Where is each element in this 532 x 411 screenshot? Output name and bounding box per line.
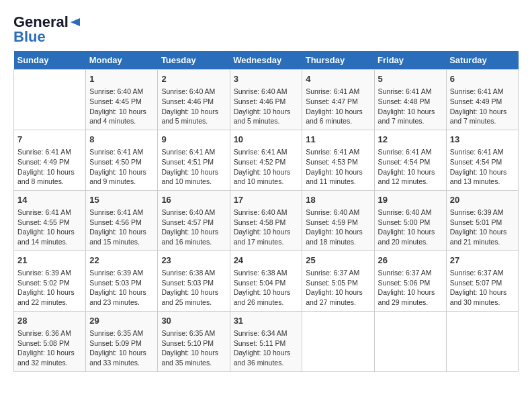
day-info: Sunrise: 6:35 AMSunset: 5:09 PMDaylight:… xyxy=(89,328,154,368)
day-number: 29 xyxy=(89,315,154,327)
calendar-cell: 25Sunrise: 6:37 AMSunset: 5:05 PMDayligh… xyxy=(302,250,374,311)
calendar-cell: 8Sunrise: 6:41 AMSunset: 4:50 PMDaylight… xyxy=(86,130,158,190)
day-number: 11 xyxy=(306,134,370,146)
calendar-cell: 13Sunrise: 6:41 AMSunset: 4:54 PMDayligh… xyxy=(446,130,518,190)
day-number: 31 xyxy=(234,315,299,327)
calendar-cell: 14Sunrise: 6:41 AMSunset: 4:55 PMDayligh… xyxy=(14,190,86,250)
day-info: Sunrise: 6:39 AMSunset: 5:02 PMDaylight:… xyxy=(17,268,82,308)
calendar-week-row: 21Sunrise: 6:39 AMSunset: 5:02 PMDayligh… xyxy=(14,250,519,311)
day-number: 26 xyxy=(378,255,443,267)
day-number: 24 xyxy=(234,255,299,267)
day-info: Sunrise: 6:40 AMSunset: 4:45 PMDaylight:… xyxy=(89,87,154,126)
calendar-day-header: Tuesday xyxy=(158,51,230,70)
calendar-cell: 12Sunrise: 6:41 AMSunset: 4:54 PMDayligh… xyxy=(374,130,446,190)
calendar-cell: 19Sunrise: 6:40 AMSunset: 5:00 PMDayligh… xyxy=(374,190,446,250)
day-info: Sunrise: 6:40 AMSunset: 4:46 PMDaylight:… xyxy=(234,87,299,126)
logo-text-blue: Blue xyxy=(13,28,46,46)
day-number: 15 xyxy=(89,194,154,206)
calendar-day-header: Wednesday xyxy=(230,51,302,70)
calendar-cell: 31Sunrise: 6:34 AMSunset: 5:11 PMDayligh… xyxy=(230,311,302,371)
day-info: Sunrise: 6:39 AMSunset: 5:03 PMDaylight:… xyxy=(89,268,154,308)
calendar-cell xyxy=(14,70,86,130)
calendar-cell: 11Sunrise: 6:41 AMSunset: 4:53 PMDayligh… xyxy=(302,130,374,190)
day-info: Sunrise: 6:38 AMSunset: 5:04 PMDaylight:… xyxy=(234,268,299,308)
day-number: 27 xyxy=(450,255,515,267)
calendar-cell: 22Sunrise: 6:39 AMSunset: 5:03 PMDayligh… xyxy=(86,250,158,311)
calendar-cell: 4Sunrise: 6:41 AMSunset: 4:47 PMDaylight… xyxy=(302,70,374,130)
day-number: 16 xyxy=(161,194,226,206)
day-info: Sunrise: 6:40 AMSunset: 4:57 PMDaylight:… xyxy=(161,208,226,247)
day-info: Sunrise: 6:41 AMSunset: 4:48 PMDaylight:… xyxy=(378,87,443,126)
calendar-cell: 24Sunrise: 6:38 AMSunset: 5:04 PMDayligh… xyxy=(230,250,302,311)
day-info: Sunrise: 6:41 AMSunset: 4:55 PMDaylight:… xyxy=(17,208,82,247)
calendar-cell: 29Sunrise: 6:35 AMSunset: 5:09 PMDayligh… xyxy=(86,311,158,371)
day-number: 13 xyxy=(450,134,515,146)
day-number: 3 xyxy=(234,73,299,85)
calendar-cell: 15Sunrise: 6:41 AMSunset: 4:56 PMDayligh… xyxy=(86,190,158,250)
calendar-cell: 23Sunrise: 6:38 AMSunset: 5:03 PMDayligh… xyxy=(158,250,230,311)
day-number: 9 xyxy=(161,134,226,146)
svg-marker-0 xyxy=(71,18,80,26)
day-number: 10 xyxy=(234,134,299,146)
day-number: 19 xyxy=(378,194,443,206)
day-number: 4 xyxy=(306,73,370,85)
calendar-cell: 18Sunrise: 6:40 AMSunset: 4:59 PMDayligh… xyxy=(302,190,374,250)
calendar-day-header: Friday xyxy=(374,51,446,70)
day-info: Sunrise: 6:41 AMSunset: 4:47 PMDaylight:… xyxy=(306,87,370,126)
day-info: Sunrise: 6:39 AMSunset: 5:01 PMDaylight:… xyxy=(450,208,515,247)
calendar-week-row: 14Sunrise: 6:41 AMSunset: 4:55 PMDayligh… xyxy=(14,190,519,250)
day-info: Sunrise: 6:37 AMSunset: 5:06 PMDaylight:… xyxy=(378,268,443,308)
day-info: Sunrise: 6:40 AMSunset: 4:46 PMDaylight:… xyxy=(161,87,226,126)
logo-bird-icon xyxy=(69,16,81,28)
day-number: 14 xyxy=(17,194,82,206)
day-info: Sunrise: 6:41 AMSunset: 4:49 PMDaylight:… xyxy=(17,147,82,187)
day-number: 8 xyxy=(89,134,154,146)
calendar-cell: 26Sunrise: 6:37 AMSunset: 5:06 PMDayligh… xyxy=(374,250,446,311)
calendar-week-row: 7Sunrise: 6:41 AMSunset: 4:49 PMDaylight… xyxy=(14,130,519,190)
calendar-cell: 6Sunrise: 6:41 AMSunset: 4:49 PMDaylight… xyxy=(446,70,518,130)
calendar-day-header: Saturday xyxy=(446,51,518,70)
day-number: 20 xyxy=(450,194,515,206)
calendar-cell: 20Sunrise: 6:39 AMSunset: 5:01 PMDayligh… xyxy=(446,190,518,250)
calendar-cell: 16Sunrise: 6:40 AMSunset: 4:57 PMDayligh… xyxy=(158,190,230,250)
day-info: Sunrise: 6:40 AMSunset: 5:00 PMDaylight:… xyxy=(378,208,443,247)
day-number: 18 xyxy=(306,194,370,206)
day-number: 22 xyxy=(89,255,154,267)
day-number: 28 xyxy=(17,315,82,327)
day-info: Sunrise: 6:36 AMSunset: 5:08 PMDaylight:… xyxy=(17,328,82,368)
day-info: Sunrise: 6:41 AMSunset: 4:53 PMDaylight:… xyxy=(306,147,370,187)
calendar-day-header: Thursday xyxy=(302,51,374,70)
calendar-cell: 17Sunrise: 6:40 AMSunset: 4:58 PMDayligh… xyxy=(230,190,302,250)
day-number: 25 xyxy=(306,255,370,267)
calendar-cell: 9Sunrise: 6:41 AMSunset: 4:51 PMDaylight… xyxy=(158,130,230,190)
day-info: Sunrise: 6:41 AMSunset: 4:50 PMDaylight:… xyxy=(89,147,154,187)
day-info: Sunrise: 6:40 AMSunset: 4:58 PMDaylight:… xyxy=(234,208,299,247)
day-number: 23 xyxy=(161,255,226,267)
calendar-cell: 7Sunrise: 6:41 AMSunset: 4:49 PMDaylight… xyxy=(14,130,86,190)
day-info: Sunrise: 6:41 AMSunset: 4:56 PMDaylight:… xyxy=(89,208,154,247)
calendar-day-header: Monday xyxy=(86,51,158,70)
day-info: Sunrise: 6:41 AMSunset: 4:52 PMDaylight:… xyxy=(234,147,299,187)
day-info: Sunrise: 6:38 AMSunset: 5:03 PMDaylight:… xyxy=(161,268,226,308)
day-number: 2 xyxy=(161,73,226,85)
day-info: Sunrise: 6:35 AMSunset: 5:10 PMDaylight:… xyxy=(161,328,226,368)
day-info: Sunrise: 6:41 AMSunset: 4:54 PMDaylight:… xyxy=(450,147,515,187)
day-info: Sunrise: 6:40 AMSunset: 4:59 PMDaylight:… xyxy=(306,208,370,247)
calendar-cell: 30Sunrise: 6:35 AMSunset: 5:10 PMDayligh… xyxy=(158,311,230,371)
calendar-table: SundayMondayTuesdayWednesdayThursdayFrid… xyxy=(13,51,519,372)
calendar-cell: 5Sunrise: 6:41 AMSunset: 4:48 PMDaylight… xyxy=(374,70,446,130)
calendar-cell xyxy=(446,311,518,371)
calendar-cell xyxy=(374,311,446,371)
day-info: Sunrise: 6:37 AMSunset: 5:07 PMDaylight:… xyxy=(450,268,515,308)
calendar-cell: 1Sunrise: 6:40 AMSunset: 4:45 PMDaylight… xyxy=(86,70,158,130)
day-number: 6 xyxy=(450,73,515,85)
day-number: 30 xyxy=(161,315,226,327)
day-number: 1 xyxy=(89,73,154,85)
page-header: General Blue xyxy=(13,13,519,46)
day-info: Sunrise: 6:41 AMSunset: 4:51 PMDaylight:… xyxy=(161,147,226,187)
calendar-cell: 2Sunrise: 6:40 AMSunset: 4:46 PMDaylight… xyxy=(158,70,230,130)
calendar-cell xyxy=(302,311,374,371)
day-number: 5 xyxy=(378,73,443,85)
day-number: 17 xyxy=(234,194,299,206)
calendar-cell: 27Sunrise: 6:37 AMSunset: 5:07 PMDayligh… xyxy=(446,250,518,311)
